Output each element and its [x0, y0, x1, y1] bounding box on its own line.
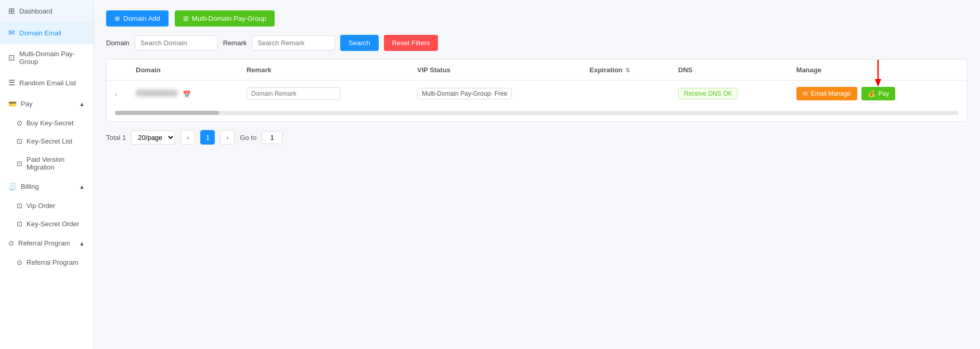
sidebar-label-dashboard: Dashboard — [19, 7, 53, 15]
remark-input[interactable] — [247, 87, 340, 100]
sidebar-item-key-secret-list[interactable]: ⊡ Key-Secret List — [0, 132, 93, 150]
arrow-svg — [873, 59, 883, 89]
sidebar-item-random-email-list[interactable]: ☰ Random Email List — [0, 72, 93, 94]
col-domain: Domain — [127, 60, 238, 81]
sidebar-group-billing[interactable]: 🧾 Billing ▲ — [0, 176, 93, 197]
table-scrollbar-track[interactable] — [107, 107, 967, 121]
sidebar-item-paid-version-migration[interactable]: ⊡ Paid Version Migration — [0, 150, 93, 176]
sidebar-group-referral[interactable]: ⊙ Referral Program ▲ — [0, 233, 93, 253]
sidebar-item-key-secret-order[interactable]: ⊡ Key-Secret Order — [0, 215, 93, 233]
list-icon-2: ⊡ — [17, 137, 22, 145]
prev-page-button[interactable]: ‹ — [180, 130, 195, 145]
sidebar-group-referral-label: Referral Program — [18, 239, 70, 247]
email-manage-button[interactable]: ✉ Email Manage — [796, 87, 857, 100]
manage-actions: ✉ Email Manage 💰 Pay — [796, 87, 959, 100]
sidebar-group-pay[interactable]: 💳 Pay ▲ — [0, 94, 93, 114]
sort-icon: ⇅ — [625, 67, 630, 73]
reset-filters-button[interactable]: Reset Filters — [384, 35, 439, 51]
email-icon: ✉ — [8, 28, 15, 37]
goto-input[interactable] — [262, 131, 282, 144]
vip-status-badge: Multi-Domain Pay-Group- Free — [417, 88, 512, 99]
search-domain-input[interactable] — [135, 35, 218, 50]
calendar-icon[interactable]: 📅 — [183, 91, 191, 98]
svg-marker-1 — [875, 79, 881, 87]
expiration-cell — [581, 81, 670, 107]
domain-value-blurred — [136, 89, 177, 97]
pay-icon: 💳 — [8, 100, 17, 108]
action-bar: ⊕ Domain Add ⊞ Multi-Domain Pay-Group — [106, 10, 968, 27]
expand-cell[interactable]: › — [107, 81, 127, 107]
sidebar-item-buy-key-secret[interactable]: ⊙ Buy Key-Secret — [0, 114, 93, 132]
grid-icon: ⊡ — [8, 53, 15, 62]
pay-icon-btn: 💰 — [868, 90, 875, 97]
col-expand — [107, 60, 127, 81]
col-vip-status: VIP Status — [409, 60, 581, 81]
multi-domain-pay-group-button[interactable]: ⊞ Multi-Domain Pay-Group — [175, 10, 275, 27]
expand-icon[interactable]: › — [115, 91, 117, 98]
page-size-select[interactable]: 20/page — [131, 131, 175, 145]
dns-cell: Receive DNS OK — [670, 81, 788, 107]
sidebar-item-multi-domain-pay-group[interactable]: ⊡ Multi-Domain Pay-Group — [0, 44, 93, 72]
remark-cell[interactable] — [238, 81, 409, 107]
sidebar-label-paid-version: Paid Version Migration — [27, 156, 85, 171]
email-manage-icon: ✉ — [803, 90, 808, 97]
sidebar-label-key-secret-order: Key-Secret Order — [27, 220, 79, 228]
key-icon: ⊙ — [17, 119, 22, 127]
chevron-up-icon-3: ▲ — [79, 240, 85, 247]
table-scrollbar-thumb[interactable] — [115, 111, 219, 115]
chevron-up-icon: ▲ — [79, 101, 85, 107]
col-dns: DNS — [670, 60, 788, 81]
sidebar-item-vip-order[interactable]: ⊡ Vip Order — [0, 197, 93, 215]
domain-cell: 📅 — [127, 81, 238, 107]
domain-add-button[interactable]: ⊕ Domain Add — [106, 10, 169, 27]
table-row: › 📅 Multi-Domain Pay-Group- Free — [107, 81, 967, 107]
sidebar-label-vip-order: Vip Order — [27, 202, 55, 210]
vip-icon: ⊡ — [17, 202, 22, 210]
sidebar-item-dashboard[interactable]: ⊞ Dashboard — [0, 0, 93, 22]
sidebar-group-billing-label: Billing — [21, 183, 39, 190]
referral-sub-icon: ⊙ — [17, 258, 22, 266]
sidebar-item-referral-sub[interactable]: ⊙ Referral Program — [0, 253, 93, 272]
red-arrow-annotation — [873, 59, 883, 89]
vip-status-cell: Multi-Domain Pay-Group- Free — [409, 81, 581, 107]
sidebar-group-pay-label: Pay — [21, 100, 32, 108]
sidebar-label-multi-domain: Multi-Domain Pay-Group — [19, 50, 85, 66]
remark-filter-label: Remark — [223, 39, 247, 47]
domain-table: Domain Remark VIP Status Expiration ⇅ DN… — [106, 59, 968, 122]
sidebar: ⊞ Dashboard ✉ Domain Email ⊡ Multi-Domai… — [0, 0, 94, 349]
filter-bar: Domain Remark Search Reset Filters — [106, 35, 968, 51]
sidebar-label-referral-sub: Referral Program — [27, 258, 79, 266]
chevron-up-icon-2: ▲ — [79, 184, 85, 190]
col-remark: Remark — [238, 60, 409, 81]
migrate-icon: ⊡ — [17, 160, 22, 167]
pay-button-wrapper: 💰 Pay — [861, 87, 896, 100]
next-page-button[interactable]: › — [220, 130, 235, 145]
sidebar-label-key-secret-list: Key-Secret List — [27, 137, 72, 145]
sidebar-item-domain-email[interactable]: ✉ Domain Email — [0, 22, 93, 44]
main-content: ⊕ Domain Add ⊞ Multi-Domain Pay-Group Do… — [94, 0, 980, 349]
search-button[interactable]: Search — [340, 35, 378, 51]
domain-filter-label: Domain — [106, 39, 130, 47]
total-label: Total 1 — [106, 134, 126, 141]
dashboard-icon: ⊞ — [8, 6, 15, 16]
search-remark-input[interactable] — [252, 35, 335, 50]
col-expiration: Expiration ⇅ — [581, 60, 670, 81]
sidebar-label-domain-email: Domain Email — [19, 29, 61, 37]
sidebar-label-random-email: Random Email List — [19, 79, 76, 87]
goto-label: Go to — [240, 134, 256, 141]
list-icon: ☰ — [8, 78, 15, 87]
billing-icon: 🧾 — [8, 183, 17, 190]
plus-circle-icon: ⊕ — [114, 15, 120, 22]
pagination-bar: Total 1 20/page ‹ 1 › Go to — [106, 130, 968, 145]
manage-cell: ✉ Email Manage 💰 Pay — [788, 81, 967, 107]
dns-status-badge: Receive DNS OK — [678, 88, 738, 99]
sidebar-label-buy-key-secret: Buy Key-Secret — [27, 119, 73, 127]
multi-domain-icon: ⊞ — [183, 15, 189, 22]
referral-icon: ⊙ — [8, 239, 14, 247]
order-icon: ⊡ — [17, 220, 22, 228]
page-1-button[interactable]: 1 — [200, 130, 215, 145]
